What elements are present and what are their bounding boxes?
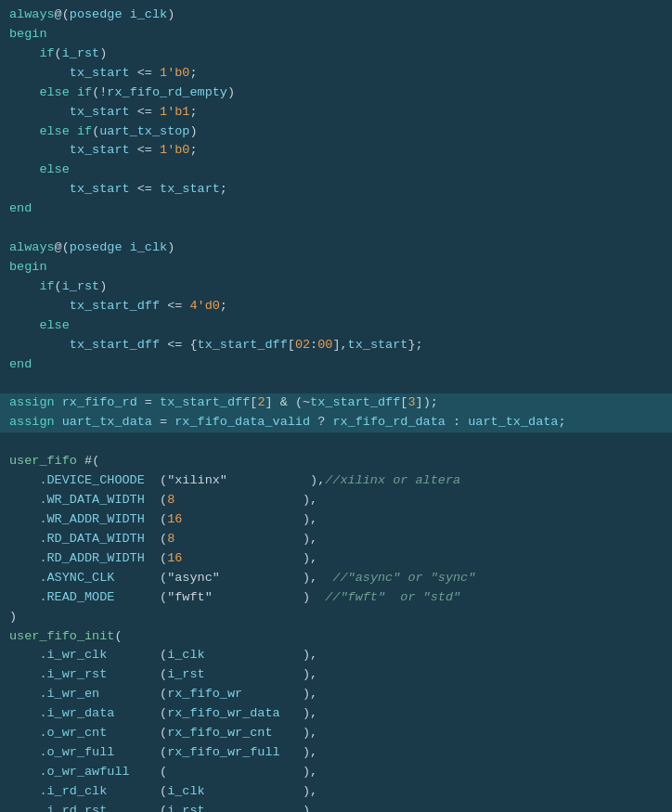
code-line: .READ_MODE ("fwft" ) //"fwft" or "std": [0, 588, 672, 608]
code-line: tx_start <= 1'b0;: [0, 141, 672, 161]
code-line: assign rx_fifo_rd = tx_start_dff[2] & (~…: [0, 393, 672, 413]
code-line: .WR_DATA_WIDTH (8 ),: [0, 491, 672, 510]
code-line: end: [0, 355, 672, 375]
code-line: .i_rd_clk (i_clk ),: [0, 782, 672, 802]
code-line: else: [0, 316, 672, 336]
code-line: else if(uart_tx_stop): [0, 122, 672, 142]
code-line: .i_wr_en (rx_fifo_wr ),: [0, 685, 672, 704]
code-line: if(i_rst): [0, 45, 672, 64]
code-line: user_fifo_init(: [0, 627, 672, 647]
code-line: end: [0, 200, 672, 219]
code-line: tx_start <= 1'b0;: [0, 64, 672, 84]
code-line: .DEVICE_CHOODE ("xilinx" ),//xilinx or a…: [0, 471, 672, 491]
code-line: [0, 432, 672, 452]
code-line: [0, 219, 672, 238]
code-line: .i_wr_clk (i_clk ),: [0, 646, 672, 665]
code-line: begin: [0, 25, 672, 45]
code-line: begin: [0, 258, 672, 277]
code-line: ): [0, 608, 672, 627]
code-line: user_fifo #(: [0, 452, 672, 471]
code-line: tx_start <= 1'b1;: [0, 103, 672, 122]
code-line: .WR_ADDR_WIDTH (16 ),: [0, 510, 672, 530]
code-line: .o_wr_awfull ( ),: [0, 763, 672, 782]
code-line: .i_wr_rst (i_rst ),: [0, 665, 672, 685]
code-line: .RD_DATA_WIDTH (8 ),: [0, 530, 672, 549]
code-line: if(i_rst): [0, 277, 672, 297]
code-line: else if(!rx_fifo_rd_empty): [0, 84, 672, 103]
code-line: .RD_ADDR_WIDTH (16 ),: [0, 549, 672, 569]
code-line: assign uart_tx_data = rx_fifo_data_valid…: [0, 413, 672, 432]
code-line: tx_start <= tx_start;: [0, 180, 672, 200]
code-line: else: [0, 161, 672, 180]
code-line: [0, 375, 672, 394]
code-line: .ASYNC_CLK ("async" ), //"async" or "syn…: [0, 569, 672, 588]
code-line: tx_start_dff <= 4'd0;: [0, 297, 672, 316]
code-line: .i_wr_data (rx_fifo_wr_data ),: [0, 704, 672, 724]
code-line: always@(posedge i_clk): [0, 238, 672, 258]
code-line: tx_start_dff <= {tx_start_dff[02:00],tx_…: [0, 336, 672, 355]
code-editor: always@(posedge i_clk)begin if(i_rst) tx…: [0, 0, 672, 812]
code-line: always@(posedge i_clk): [0, 6, 672, 25]
code-line: .i_rd_rst (i_rst ),: [0, 802, 672, 812]
code-line: .o_wr_full (rx_fifo_wr_full ),: [0, 743, 672, 763]
code-line: .o_wr_cnt (rx_fifo_wr_cnt ),: [0, 724, 672, 743]
